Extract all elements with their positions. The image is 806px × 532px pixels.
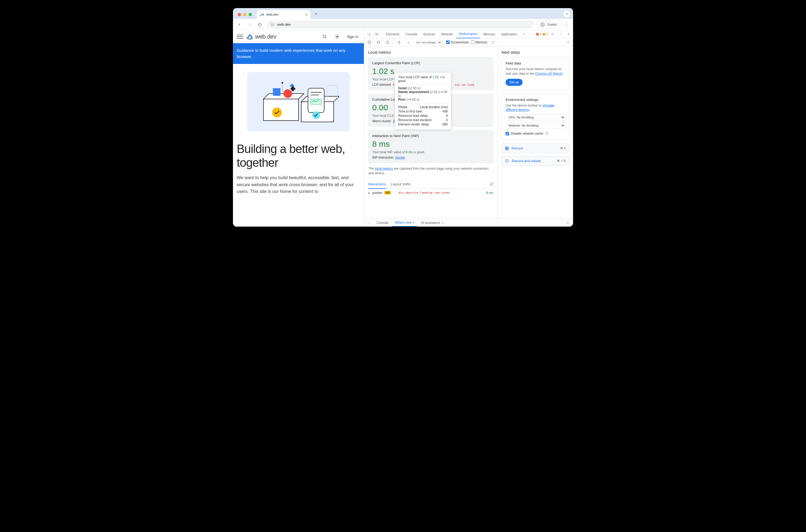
interaction-row[interactable]: ▸ pointer INP div.devsite-landing-row-in… — [368, 189, 494, 197]
inspect-element-icon[interactable] — [365, 31, 372, 38]
tab-console[interactable]: Console — [403, 30, 420, 38]
drawer-console[interactable]: Console — [374, 219, 391, 227]
theme-toggle-icon[interactable] — [333, 32, 341, 41]
lcp-title: Largest Contentful Paint (LCP) — [372, 61, 489, 65]
svg-point-5 — [251, 38, 252, 39]
minimize-window-button[interactable] — [243, 13, 246, 16]
close-tab-icon[interactable]: × — [305, 13, 307, 17]
svg-point-6 — [248, 38, 250, 39]
svg-rect-10 — [263, 99, 299, 120]
expand-icon[interactable]: ▸ — [369, 191, 370, 195]
devtools-drawer: ⋮ Console What's new × AI assistance × — [364, 218, 573, 227]
warning-count-badge[interactable]: 2 — [542, 33, 548, 36]
new-tab-button[interactable]: + — [312, 10, 320, 18]
screenshots-checkbox[interactable]: Screenshots — [446, 40, 469, 44]
next-steps-pane: Next steps Field data See how your local… — [498, 46, 573, 218]
record-dot-icon — [505, 147, 509, 150]
record-action[interactable]: Record ⌘ E — [502, 143, 569, 153]
cpu-throttle-select[interactable]: CPU: No throttling — [506, 114, 565, 120]
error-count-badge[interactable]: 2 — [536, 33, 541, 36]
address-bar[interactable]: web.dev — [266, 20, 534, 28]
field-data-title: Field data — [506, 61, 565, 65]
site-logo[interactable]: web.dev — [246, 33, 276, 40]
performance-toolbar: (no recordings) Screenshots Memory — [364, 38, 573, 46]
interaction-type: pointer — [372, 191, 382, 195]
recordings-dropdown[interactable]: (no recordings) — [414, 40, 442, 45]
svg-rect-11 — [273, 88, 280, 96]
clear-icon[interactable] — [384, 39, 391, 46]
drawer-menu-icon[interactable]: ⋮ — [366, 219, 373, 226]
gc-icon[interactable] — [489, 39, 496, 46]
svg-point-7 — [250, 39, 251, 40]
browser-menu-button[interactable]: ⋮ — [563, 21, 570, 28]
download-icon — [405, 39, 412, 46]
help-icon[interactable]: ? — [545, 132, 549, 135]
profile-label: Guest — [547, 22, 557, 26]
tab-sources[interactable]: Sources — [420, 30, 438, 38]
reload-button[interactable] — [256, 21, 264, 28]
drawer-ai[interactable]: AI assistance — [418, 219, 447, 227]
svg-rect-1 — [271, 23, 272, 24]
close-drawer-icon[interactable]: × — [564, 219, 571, 226]
local-metrics-heading: Local metrics — [368, 50, 494, 55]
svg-rect-2 — [273, 24, 274, 26]
svg-point-14 — [272, 108, 282, 117]
setup-button[interactable]: Set up — [506, 79, 523, 86]
upload-icon[interactable] — [396, 39, 403, 46]
reload-record-icon[interactable] — [375, 39, 382, 46]
reload-icon — [505, 159, 509, 163]
clear-interactions-icon[interactable] — [490, 182, 494, 186]
reload-shortcut: ⌘ ⇧ E — [557, 159, 566, 163]
svg-point-4 — [542, 23, 543, 24]
record-reload-action[interactable]: Record and reload ⌘ ⇧ E — [502, 156, 569, 166]
profile-chip[interactable]: Guest — [537, 20, 560, 28]
record-shortcut: ⌘ E — [560, 147, 566, 150]
drawer-whatsnew[interactable]: What's new × — [392, 219, 417, 227]
tab-search-button[interactable] — [563, 10, 570, 17]
close-window-button[interactable] — [238, 13, 241, 16]
close-devtools-icon[interactable]: × — [565, 31, 572, 38]
tab-performance[interactable]: Performance — [456, 30, 480, 38]
panel-settings-icon[interactable] — [564, 39, 571, 46]
tab-title: web.dev — [266, 13, 279, 17]
local-metrics-link[interactable]: local metrics — [375, 167, 393, 171]
record-icon[interactable] — [366, 39, 373, 46]
inp-card: Interaction to Next Paint (INP) 8 ms You… — [368, 130, 494, 163]
tab-interactions[interactable]: Interactions — [368, 180, 386, 189]
sign-in-link[interactable]: Sign in — [345, 35, 360, 39]
more-tabs-icon[interactable] — [520, 31, 527, 38]
disable-cache-checkbox[interactable]: Disable network cache ? — [506, 132, 565, 135]
tab-memory[interactable]: Memory — [481, 30, 498, 38]
env-title: Environment settings — [506, 98, 565, 102]
svg-point-12 — [283, 89, 292, 98]
svg-point-23 — [282, 82, 283, 83]
site-header: web.dev Sign in — [233, 30, 364, 43]
tab-layout-shifts[interactable]: Layout shifts — [391, 180, 411, 188]
svg-point-9 — [336, 36, 338, 38]
site-info-icon[interactable] — [270, 22, 275, 27]
inp-desc: Your local INP value of 8 ms is good. — [372, 150, 489, 154]
browser-tab-strip: web.dev × + — [233, 8, 573, 19]
memory-checkbox[interactable]: Memory — [471, 40, 487, 44]
svg-rect-26 — [375, 33, 377, 35]
network-throttle-select[interactable]: Network: No throttling — [506, 122, 565, 128]
back-button[interactable] — [236, 21, 243, 28]
svg-point-30 — [552, 34, 553, 35]
svg-point-33 — [567, 42, 568, 43]
crux-link[interactable]: Chrome UX Report — [535, 72, 563, 76]
inp-interaction-link[interactable]: pointer — [395, 156, 405, 159]
device-toolbar-icon[interactable] — [373, 31, 380, 38]
browser-toolbar: web.dev Guest ⋮ — [233, 19, 573, 30]
forward-button[interactable] — [246, 21, 254, 28]
devtools-menu-icon[interactable]: ⋮ — [557, 31, 564, 38]
close-whatsnew-icon[interactable]: × — [412, 221, 414, 225]
interaction-duration: 8 ms — [486, 191, 493, 195]
maximize-window-button[interactable] — [249, 13, 252, 16]
tab-elements[interactable]: Elements — [383, 30, 402, 38]
tab-application[interactable]: Application — [498, 30, 520, 38]
settings-icon[interactable] — [549, 31, 556, 38]
tab-network[interactable]: Network — [438, 30, 456, 38]
search-icon[interactable] — [320, 32, 329, 41]
browser-tab[interactable]: web.dev × — [257, 10, 311, 19]
menu-button[interactable] — [237, 34, 243, 40]
